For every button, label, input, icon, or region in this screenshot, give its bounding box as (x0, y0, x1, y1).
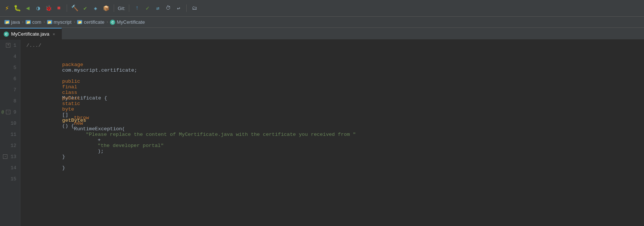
breadcrumb-java[interactable]: 📁 java (4, 19, 20, 25)
breadcrumb-myscript-label: myscript (54, 19, 71, 25)
tab-file-icon: C (4, 32, 9, 37)
folder-certificate-icon: 📁 (77, 20, 82, 24)
build-icon[interactable]: 🔨 (71, 4, 79, 12)
class-mycertificate-icon: C (110, 20, 115, 25)
line-num-13: - 13 (0, 151, 20, 162)
breadcrumb-sep-3: › (73, 20, 76, 25)
line-num-5: 5 (0, 62, 20, 73)
code-editor: + 1 4 5 6 7 8 @ - 9 10 (0, 40, 644, 226)
bug-icon[interactable]: 🐛 (13, 4, 21, 12)
code-line-7: public final class MyCertificate { (20, 84, 644, 95)
string-developer-portal: "the developer portal" (98, 143, 164, 148)
folder-myscript-icon: 📁 (47, 20, 52, 24)
line-num-11: 11 (0, 129, 20, 140)
toolbar: ⚡ 🐛 ▶ ◑ 🐞 ■ 🔨 ✔ ◈ 📦 Git: ↑ ✓ ⇄ ⏱ ↩ 🗂 (0, 0, 644, 17)
folder-java-icon: 📁 (4, 20, 10, 24)
tab-close-button[interactable]: × (51, 32, 56, 37)
line-num-10: 10 (0, 118, 20, 129)
line-num-15: 15 (0, 173, 20, 184)
breadcrumb-mycertificate-label: MyCertificate (117, 19, 145, 25)
breadcrumb-myscript[interactable]: 📁 myscript (47, 19, 71, 25)
toolbar-separator-2 (114, 4, 114, 12)
line-num-1: + 1 (0, 40, 20, 51)
breadcrumb-sep-4: › (106, 20, 109, 25)
keyword-public-7: public (62, 79, 83, 84)
code-line-1: /.../ (20, 40, 644, 51)
keyword-public-9: public (62, 95, 83, 101)
coverage2-icon[interactable]: ◈ (91, 4, 100, 12)
line-num-9: @ - 9 (0, 107, 20, 118)
breadcrumb-sep-1: › (21, 20, 24, 25)
git-merge-icon[interactable]: ⇄ (154, 4, 162, 12)
tab-mycertificate[interactable]: C MyCertificate.java × (0, 28, 62, 39)
git-undo-icon[interactable]: ↩ (174, 4, 183, 12)
breadcrumb-com[interactable]: 📁 com (26, 19, 41, 25)
close-brace-class: } (62, 165, 65, 171)
line-num-8: 8 (0, 95, 20, 107)
tab-label: MyCertificate.java (11, 31, 49, 37)
profile-icon[interactable]: ◑ (34, 4, 42, 12)
breadcrumb-sep-2: › (43, 20, 46, 25)
close-paren: ); (98, 148, 104, 154)
code-content[interactable]: /.../ package com.myscript.certificate; … (20, 40, 644, 226)
line-numbers: + 1 4 5 6 7 8 @ - 9 10 (0, 40, 20, 226)
run-tests-icon[interactable]: ✔ (81, 4, 89, 12)
fold-button-9[interactable]: - (6, 110, 10, 114)
breadcrumb-mycertificate[interactable]: C MyCertificate (110, 19, 145, 25)
git-history-icon[interactable]: ⏱ (164, 4, 172, 12)
debug-icon[interactable]: 🐞 (44, 4, 53, 12)
toolbar-separator-4 (186, 4, 187, 12)
run-coverage-icon[interactable]: ▶ (24, 4, 32, 12)
fold-end-button-13[interactable]: - (3, 154, 7, 159)
lightning-icon[interactable]: ⚡ (3, 4, 11, 12)
gutter-at-icon: @ (1, 110, 4, 114)
breadcrumb: 📁 java › 📁 com › 📁 myscript › 📁 certific… (0, 17, 644, 28)
toolbar-separator-1 (67, 4, 67, 12)
keyword-new: new (74, 121, 86, 126)
code-comment-fold: /.../ (26, 43, 44, 48)
file-tabs: C MyCertificate.java × (0, 28, 644, 40)
keyword-package: package (62, 62, 86, 68)
stop-icon[interactable]: ■ (55, 4, 63, 12)
line-num-14: 14 (0, 162, 20, 173)
breadcrumb-java-label: java (11, 19, 20, 25)
deploy-icon[interactable]: 📦 (102, 4, 110, 12)
folder-com-icon: 📁 (26, 20, 31, 24)
git-check-icon[interactable]: ✓ (143, 4, 151, 12)
code-line-14: } (20, 162, 644, 173)
git-label: Git: (118, 6, 125, 11)
git-push-icon[interactable]: ↑ (133, 4, 141, 12)
breadcrumb-certificate[interactable]: 📁 certificate (77, 19, 104, 25)
project-structure-icon[interactable]: 🗂 (190, 4, 198, 12)
line-num-6: 6 (0, 73, 20, 84)
code-line-5: package com.myscript.certificate; (20, 62, 644, 73)
keyword-final: final (62, 84, 80, 90)
toolbar-separator-3 (129, 4, 129, 12)
line-num-4: 4 (0, 51, 20, 62)
fold-button-1[interactable]: + (6, 43, 10, 48)
package-name: com.myscript.certificate; (62, 68, 137, 73)
line-num-7: 7 (0, 84, 20, 95)
plus-operator: + (98, 137, 104, 143)
breadcrumb-certificate-label: certificate (84, 19, 104, 25)
line-num-12: 12 (0, 140, 20, 151)
keyword-static: static (62, 101, 83, 107)
close-brace-method: } (62, 154, 65, 160)
breadcrumb-com-label: com (32, 19, 41, 25)
code-line-15 (20, 173, 644, 184)
keyword-throw: throw (74, 115, 92, 121)
code-line-8 (20, 95, 644, 107)
